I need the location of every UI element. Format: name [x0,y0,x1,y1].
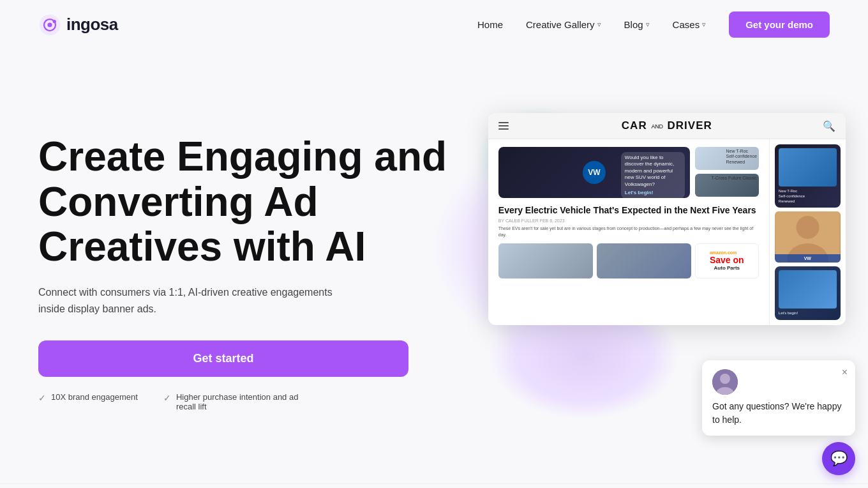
article-main: VW Would you like to discover the dynami… [488,139,769,325]
chat-avatar [712,369,738,395]
hero-subtitle: Connect with consumers via 1:1, AI-drive… [38,284,345,317]
close-icon[interactable]: × [842,367,848,378]
sidebar-ad-image-1 [779,148,837,187]
small-ad-1[interactable]: New T-Roc Self-confidence Renewed [695,147,759,170]
sidebar-ad-image-2 [779,270,837,309]
sidebar-ad-text-2: Let's begin! [779,311,837,316]
chevron-down-icon: ▿ [597,20,601,29]
search-icon[interactable]: 🔍 [823,120,835,132]
sidebar-person-image: VW [775,211,841,263]
browser-content: VW Would you like to discover the dynami… [488,139,846,325]
browser-controls [498,121,511,131]
browser-mockup: CAR AND DRIVER 🔍 VW [488,113,846,325]
site-name: CAR AND DRIVER [511,119,823,132]
get-demo-button[interactable]: Get your demo [729,11,830,38]
amazon-save-text: Save on Auto Parts [710,255,744,271]
article-sidebar: New T-Roc Self-confidence Renewed [769,139,846,325]
svg-point-3 [53,19,56,22]
logo-icon [38,13,61,36]
chat-popup-header [712,369,845,395]
sidebar-ad-2[interactable]: Let's begin! [775,266,841,320]
nav-cases[interactable]: Cases ▿ [673,19,707,30]
benefit-item-2: ✓ Higher purchase intention and ad recal… [163,392,304,411]
check-icon: ✓ [163,393,171,403]
svg-point-11 [720,374,730,384]
svg-point-8 [796,216,819,239]
trusted-text: Trusted by brands globally, Ingosa power… [0,484,868,488]
chat-bubble-button[interactable]: 💬 [822,442,855,475]
svg-point-2 [47,22,52,27]
hero-content: Create Engaging and Converting Ad Creati… [38,134,450,411]
chevron-down-icon: ▿ [646,20,650,29]
top-ads: VW Would you like to discover the dynami… [498,147,759,198]
benefits-list: ✓ 10X brand engagement ✓ Higher purchase… [38,392,450,411]
browser-bar: CAR AND DRIVER 🔍 [488,113,846,139]
chat-widget: Got any questions? We're happy to help. … [702,360,855,475]
navbar: ingosa Home Creative Gallery ▿ Blog ▿ Ca… [0,0,868,49]
article-headline: Every Electric Vehicle That's Expected i… [498,204,759,216]
benefit-item-1: ✓ 10X brand engagement [38,392,138,411]
chat-popup: Got any questions? We're happy to help. … [702,360,855,436]
logo-text: ingosa [66,15,118,34]
nav-links: Home Creative Gallery ▿ Blog ▿ Cases ▿ G… [477,11,830,38]
chat-message: Got any questions? We're happy to help. [712,400,845,427]
car-image-2 [597,243,691,278]
logo[interactable]: ingosa [38,13,118,36]
check-icon: ✓ [38,393,46,403]
amazon-ad[interactable]: amazon.com Save on Auto Parts [695,243,759,278]
sidebar-vw-overlay: VW [775,254,841,263]
vw-logo: VW [583,161,606,184]
ad-label-2: T-Cross Future Classic [712,176,757,181]
svg-rect-5 [498,125,509,126]
article-byline: BY CALEB FULLER FEB 6, 2023 [498,218,759,223]
ad-label-1: New T-Roc Self-confidence Renewed [726,149,757,165]
small-ad-2[interactable]: T-Cross Future Classic [695,174,759,197]
sidebar-ad-text-1: New T-Roc Self-confidence Renewed [779,189,837,204]
car-image-1 [498,243,593,278]
vw-ad-large[interactable]: VW Would you like to discover the dynami… [498,147,690,198]
amazon-logo: amazon.com [710,250,744,255]
nav-home[interactable]: Home [477,19,503,30]
chat-icon: 💬 [830,450,848,467]
nav-creative-gallery[interactable]: Creative Gallery ▿ [526,19,601,30]
nav-blog[interactable]: Blog ▿ [624,19,650,30]
svg-rect-6 [498,128,509,130]
hamburger-icon [498,121,511,131]
hero-title: Create Engaging and Converting Ad Creati… [38,134,450,269]
svg-rect-4 [498,122,509,123]
ad-bubble: Would you like to discover the dynamic, … [621,152,685,198]
article-text: These EVs aren't for sale yet but are in… [498,225,759,238]
chevron-down-icon: ▿ [702,20,706,29]
small-ads-group: New T-Roc Self-confidence Renewed T-Cros… [695,147,759,198]
bottom-images: amazon.com Save on Auto Parts [498,243,759,278]
avatar-icon [712,369,738,395]
get-started-button[interactable]: Get started [38,340,408,377]
sidebar-ad-1[interactable]: New T-Roc Self-confidence Renewed [775,144,841,208]
